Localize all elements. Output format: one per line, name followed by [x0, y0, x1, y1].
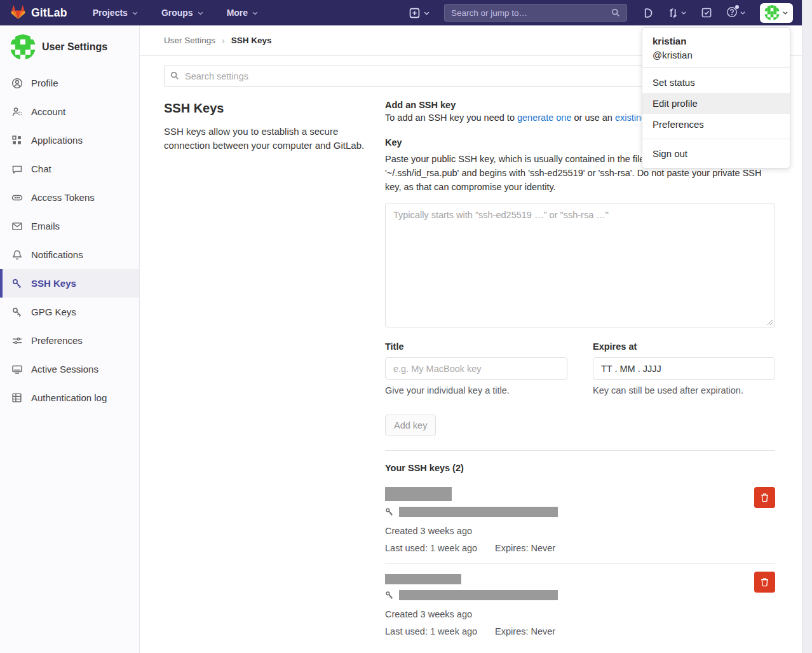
chat-bubble-icon — [11, 163, 23, 175]
key-created: Created 3 weeks ago — [385, 526, 775, 536]
trash-icon — [760, 577, 769, 587]
key-last-used: Last used: 1 week ago — [385, 543, 477, 553]
log-table-icon — [11, 392, 23, 404]
key-title-redacted — [385, 487, 452, 501]
sidebar-item-active-sessions[interactable]: Active Sessions — [0, 355, 139, 383]
key-expires: Expires: Never — [495, 543, 555, 553]
global-search-input[interactable]: Search or jump to… — [444, 4, 627, 22]
chevron-down-icon — [252, 10, 259, 17]
breadcrumb-user-settings[interactable]: User Settings — [164, 36, 215, 45]
user-avatar — [10, 34, 36, 60]
search-icon — [170, 71, 179, 80]
sidebar-item-profile[interactable]: Profile — [0, 69, 139, 97]
menu-divider — [642, 67, 790, 68]
your-ssh-keys-section: Your SSH keys (2) Created 3 weeks ago La… — [385, 450, 775, 647]
section-form: Add an SSH key To add an SSH key you nee… — [385, 100, 775, 647]
key-icon — [385, 591, 394, 600]
your-ssh-keys-heading: Your SSH keys (2) — [385, 463, 775, 473]
key-icon — [385, 507, 394, 516]
sidebar-item-authentication-log[interactable]: Authentication log — [0, 383, 139, 412]
gitlab-logo[interactable]: GitLab — [10, 4, 67, 22]
menu-item-sign-out[interactable]: Sign out — [642, 143, 790, 164]
title-label: Title — [385, 341, 567, 352]
sidebar-item-emails[interactable]: Emails — [0, 212, 139, 240]
profile-icon — [11, 78, 23, 89]
sidebar-item-access-tokens[interactable]: Access Tokens — [0, 183, 139, 212]
title-input[interactable] — [385, 357, 567, 380]
user-avatar — [764, 5, 780, 20]
user-name: kristian — [653, 36, 780, 46]
sidebar-item-notifications[interactable]: Notifications — [0, 240, 139, 269]
notification-dot — [735, 5, 739, 9]
sidebar-item-gpg-keys[interactable]: GPG Keys — [0, 298, 139, 326]
title-hint: Give your individual key a title. — [385, 385, 567, 395]
sidebar-title: User Settings — [42, 41, 107, 53]
chevron-down-icon — [782, 10, 788, 16]
breadcrumb-ssh-keys: SSH Keys — [231, 36, 272, 45]
new-menu-button[interactable] — [409, 8, 430, 18]
delete-key-button[interactable] — [754, 572, 775, 593]
applications-grid-icon — [11, 135, 23, 146]
nav-projects[interactable]: Projects — [93, 8, 139, 18]
nav-more[interactable]: More — [227, 8, 259, 18]
generate-one-link[interactable]: generate one — [517, 113, 571, 123]
chevron-down-icon — [740, 10, 746, 16]
sidebar-item-chat[interactable]: Chat — [0, 155, 139, 183]
key-icon — [11, 306, 23, 318]
ssh-key-item: Created 3 weeks ago Last used: 1 week ag… — [385, 487, 775, 563]
page-scrollbar[interactable] — [802, 0, 812, 653]
add-key-button[interactable]: Add key — [385, 415, 436, 436]
menu-divider — [642, 139, 790, 139]
monitor-icon — [11, 364, 23, 375]
issues-button[interactable] — [642, 8, 653, 18]
mail-icon — [11, 221, 23, 232]
issues-icon — [642, 8, 653, 18]
page-title: SSH Keys — [164, 101, 365, 116]
section-overview: SSH Keys SSH keys allow you to establish… — [164, 100, 365, 647]
expires-hint: Key can still be used after expiration. — [593, 385, 775, 395]
expires-label: Expires at — [593, 341, 775, 352]
tanuki-icon — [10, 4, 26, 22]
key-expires: Expires: Never — [495, 626, 555, 636]
navbar-right: Search or jump to… — [409, 3, 793, 23]
status-icons — [642, 6, 746, 20]
nav-groups[interactable]: Groups — [161, 8, 204, 18]
chevron-down-icon — [197, 10, 204, 17]
user-avatar-button[interactable] — [760, 3, 793, 23]
ssh-key-item: Created 3 weeks ago Last used: 1 week ag… — [385, 563, 775, 647]
key-last-used: Last used: 1 week ago — [385, 626, 477, 636]
chevron-down-icon — [423, 10, 430, 17]
ssh-key-textarea[interactable] — [385, 203, 775, 327]
user-menu-header: kristian @kristian — [642, 28, 790, 67]
chevron-down-icon — [680, 10, 687, 16]
menu-item-preferences[interactable]: Preferences — [642, 114, 790, 135]
delete-key-button[interactable] — [754, 487, 775, 508]
expires-input[interactable] — [593, 357, 775, 380]
key-fingerprint-redacted — [399, 507, 558, 517]
sidebar-item-account[interactable]: Account — [0, 97, 139, 126]
sidebar-item-ssh-keys[interactable]: SSH Keys — [0, 269, 139, 298]
expires-field-group: Expires at Key can still be used after e… — [593, 341, 775, 395]
token-pill-icon — [11, 192, 23, 203]
top-navbar: GitLab Projects Groups More Search or — [0, 0, 802, 25]
help-button[interactable] — [726, 6, 746, 20]
chevron-down-icon — [132, 10, 139, 17]
merge-requests-button[interactable] — [668, 8, 687, 18]
title-field-group: Title Give your individual key a title. — [385, 341, 567, 395]
settings-sidebar: User Settings Profile Account Applicatio… — [0, 25, 140, 653]
user-menu-dropdown: kristian @kristian Set status Edit profi… — [642, 27, 790, 168]
sidebar-item-preferences[interactable]: Preferences — [0, 326, 139, 355]
sidebar-item-applications[interactable]: Applications — [0, 126, 139, 155]
primary-nav: Projects Groups More — [93, 8, 259, 18]
key-fingerprint-redacted — [399, 590, 558, 600]
menu-item-edit-profile[interactable]: Edit profile — [642, 93, 790, 114]
menu-item-set-status[interactable]: Set status — [642, 72, 790, 93]
gitlab-ssh-keys-page: GitLab Projects Groups More Search or — [0, 0, 812, 653]
todo-check-icon — [701, 8, 712, 18]
search-icon — [611, 8, 620, 17]
sidebar-header: User Settings — [0, 32, 139, 69]
bell-icon — [11, 249, 23, 261]
key-icon — [11, 278, 23, 289]
account-icon — [11, 106, 23, 118]
todos-button[interactable] — [701, 8, 712, 18]
